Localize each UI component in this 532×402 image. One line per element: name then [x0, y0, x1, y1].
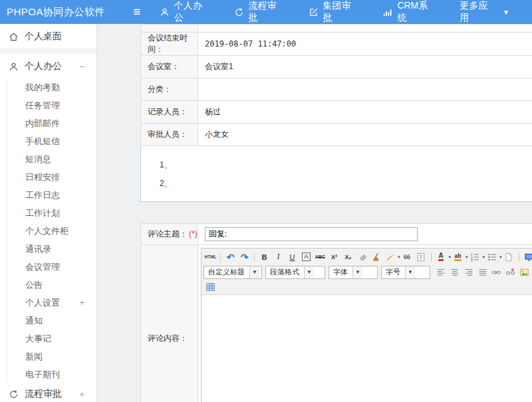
sidebar-item-label: 个人文件柜 — [25, 226, 68, 236]
svg-text:T: T — [419, 254, 422, 260]
sidebar-item-schedule[interactable]: 日程安排 — [0, 168, 96, 186]
hamburger-menu-icon[interactable]: ≡ — [124, 5, 150, 19]
sidebar-item-e-journal[interactable]: 电子期刊 — [0, 365, 96, 383]
remove-link-button[interactable] — [503, 266, 517, 278]
rich-text-editor: HTML ↶ ↷ B I U A ABC X² — [201, 248, 532, 402]
sidebar-item-announcement[interactable]: 公告 — [0, 276, 96, 294]
sidebar-item-mobile-sms[interactable]: 手机短信 — [0, 132, 96, 150]
bordered-text-button[interactable]: A — [302, 252, 310, 261]
sidebar-item-internal-mail[interactable]: 内部邮件 — [0, 114, 96, 132]
blank-page-icon — [504, 252, 513, 262]
italic-button[interactable]: I — [271, 251, 285, 263]
monitor-icon — [524, 252, 532, 262]
comment-form-table: 评论主题：(*) 评论内容： HTML — [140, 223, 532, 402]
paragraph-style-button[interactable]: T — [414, 251, 428, 263]
sidebar-item-notification[interactable]: 通知 — [0, 312, 96, 330]
chevron-down-icon: ▼ — [352, 266, 362, 278]
sidebar-item-contacts[interactable]: 通讯录 — [0, 240, 96, 258]
font-family-dropdown[interactable]: 字体▼ — [329, 266, 378, 279]
sidebar-item-short-message[interactable]: 短消息 — [0, 150, 96, 168]
new-document-button[interactable] — [502, 251, 516, 263]
expand-icon[interactable]: + — [79, 389, 84, 399]
clear-format-brush-button[interactable] — [369, 251, 383, 263]
redo-button[interactable]: ↷ — [237, 251, 251, 263]
align-right-icon — [464, 268, 473, 277]
sidebar-item-label: 个人设置 — [25, 298, 60, 308]
sidebar-item-label: 手机短信 — [25, 136, 60, 146]
person-icon — [9, 62, 19, 72]
nav-item-personal-office[interactable]: 个人办公 — [160, 0, 211, 24]
eraser-icon — [358, 252, 367, 262]
blockquote-button[interactable]: 66 — [400, 251, 414, 263]
subscript-button[interactable]: X₂ — [341, 251, 355, 263]
nav-item-crm-system[interactable]: CRM系统 — [382, 0, 437, 24]
editor-content-area[interactable] — [201, 295, 532, 402]
table-row: 记录人员： 杨过 — [141, 101, 532, 124]
highlight-color-button[interactable]: ab — [454, 252, 462, 261]
collapse-icon[interactable]: − — [79, 62, 84, 72]
app-window: PHPOA协同办公软件 ≡ 个人办公 流程审批 集团审批 CRM系统 — [0, 0, 532, 402]
sidebar-item-label: 电子期刊 — [25, 369, 60, 379]
table-row: 会议室： 会议室1 — [141, 56, 532, 78]
editor-toolbar-row-2: 自定义标题▼ 段落格式▼ 字体▼ 字号▼ — [203, 264, 532, 280]
insert-image-button[interactable] — [517, 266, 531, 278]
superscript-button[interactable]: X² — [327, 251, 341, 263]
quick-format-wand-button[interactable] — [383, 251, 397, 263]
sidebar-item-label: 流程审批 — [25, 388, 62, 400]
underline-button[interactable]: U — [285, 251, 299, 263]
table-row — [141, 25, 532, 33]
align-right-button[interactable] — [462, 266, 475, 278]
toolbar-separator — [431, 252, 432, 262]
html-source-button[interactable]: HTML — [203, 251, 217, 263]
bold-button[interactable]: B — [257, 251, 271, 263]
sidebar-item-news[interactable]: 新闻 — [0, 348, 96, 365]
ordered-list-icon: 123 — [470, 252, 479, 262]
nav-item-label: 流程审批 — [249, 0, 286, 24]
justify-button[interactable] — [475, 266, 489, 278]
chevron-down-icon: ▼ — [503, 9, 509, 16]
sidebar-item-personal-office[interactable]: 个人办公 − — [0, 56, 96, 77]
justify-icon — [478, 268, 487, 277]
eraser-button[interactable] — [355, 251, 369, 263]
sidebar-item-label: 工作日志 — [25, 190, 60, 200]
undo-button[interactable]: ↶ — [223, 251, 237, 263]
strikethrough-button[interactable]: ABC — [313, 251, 327, 263]
nav-item-group-approval[interactable]: 集团审批 — [309, 0, 360, 24]
font-size-dropdown[interactable]: 字号▼ — [381, 266, 430, 279]
comment-subject-input[interactable] — [205, 227, 418, 241]
field-label-meeting-end-time: 会议结束时间： — [141, 33, 198, 56]
sidebar-item-task-management[interactable]: 任务管理 — [0, 96, 96, 114]
font-color-button[interactable]: A — [438, 252, 443, 261]
chevron-down-icon: ▼ — [405, 266, 415, 278]
sidebar-item-personal-files[interactable]: 个人文件柜 — [0, 222, 96, 240]
align-left-button[interactable] — [434, 266, 448, 278]
image-icon — [519, 268, 529, 277]
sidebar-item-work-log[interactable]: 工作日志 — [0, 186, 96, 204]
dropdown-label: 段落格式 — [270, 267, 299, 277]
expand-icon[interactable]: + — [79, 294, 84, 312]
sidebar-item-label: 大事记 — [25, 334, 51, 344]
unordered-list-button[interactable] — [485, 251, 499, 263]
align-center-button[interactable] — [448, 266, 462, 278]
sidebar-item-work-plan[interactable]: 工作计划 — [0, 204, 96, 222]
meeting-content-line: 2、 — [160, 178, 532, 189]
cycle-arrow-icon — [9, 389, 19, 399]
custom-heading-dropdown[interactable]: 自定义标题▼ — [203, 266, 262, 279]
sidebar-item-meeting-management[interactable]: 会议管理 — [0, 258, 96, 276]
paragraph-format-dropdown[interactable]: 段落格式▼ — [265, 266, 325, 279]
sidebar-item-personal-settings[interactable]: 个人设置+ — [0, 294, 96, 312]
sidebar-item-major-events[interactable]: 大事记 — [0, 330, 96, 348]
nav-item-more-apps[interactable]: 更多应用 ▼ — [460, 0, 509, 24]
sidebar-item-personal-desktop[interactable]: 个人桌面 — [0, 27, 96, 47]
sidebar-item-label: 任务管理 — [25, 100, 60, 110]
table-row: 会议结束时间： 2019-08-07 11:47:00 — [141, 33, 532, 56]
sidebar-item-my-attendance[interactable]: 我的考勤 — [0, 78, 96, 96]
insert-table-button[interactable] — [203, 280, 217, 293]
ordered-list-button[interactable]: 123 — [468, 251, 482, 263]
sidebar-item-workflow-approval[interactable]: 流程审批 + — [0, 385, 96, 402]
chevron-down-icon[interactable]: ▾ — [398, 254, 400, 260]
nav-item-workflow-approval[interactable]: 流程审批 — [234, 0, 286, 24]
fullscreen-button[interactable] — [522, 251, 532, 263]
insert-link-button[interactable] — [489, 266, 503, 278]
main-content: 会议结束时间： 2019-08-07 11:47:00 会议室： 会议室1 分类… — [98, 24, 532, 402]
